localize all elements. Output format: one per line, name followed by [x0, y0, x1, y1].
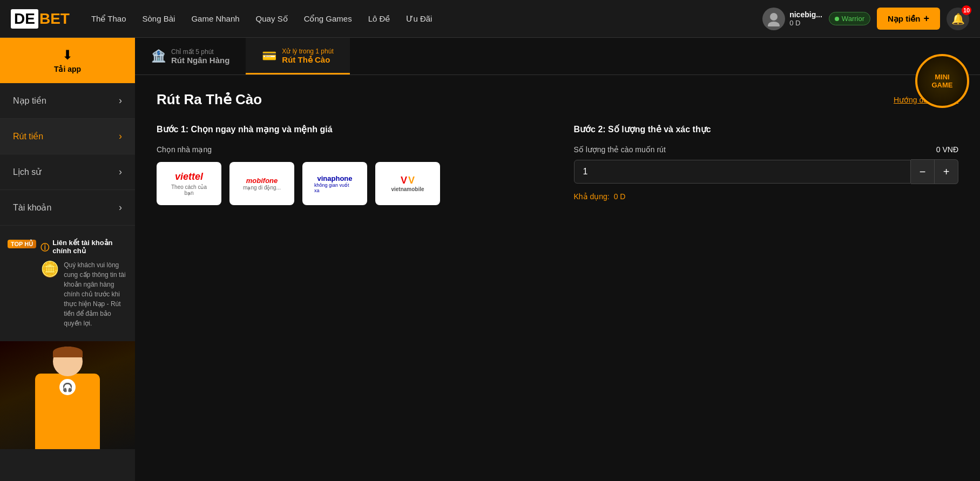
logo[interactable]: DEBET: [11, 9, 70, 29]
person-body: 🎧: [35, 374, 100, 449]
kha-dung-value: 0 D: [614, 192, 626, 201]
person-head: [53, 347, 83, 376]
page-content: Rút Ra Thẻ Cào Hướng dẫn rút tiền Bước 1…: [135, 75, 980, 221]
nap-tien-label: Nạp tiền: [888, 14, 921, 24]
chevron-right-icon: ›: [119, 166, 122, 178]
so-luong-value: 0 VNĐ: [936, 145, 958, 154]
main-layout: ⬇ Tải app Nạp tiền › Rút tiền › Lịch sử …: [0, 38, 980, 481]
so-luong-label-row: Số lượng thẻ cào muốn rút 0 VNĐ: [574, 145, 959, 154]
chevron-right-icon: ›: [119, 95, 122, 106]
mini-game-label: MINI GAME: [932, 73, 953, 89]
kha-dung-row: Khả dụng: 0 D: [574, 192, 959, 201]
tab-rut-ngan-hang-label: Rút Ngân Hàng: [171, 56, 229, 65]
headset-icon: 🎧: [59, 379, 76, 395]
nap-tien-button[interactable]: Nạp tiền +: [877, 8, 940, 30]
nav-item-cong-games[interactable]: Cổng Games: [304, 14, 352, 24]
notification-button[interactable]: 🔔 10: [947, 8, 969, 30]
provider-mobifone[interactable]: mobifone mạng di động...: [229, 162, 294, 205]
quantity-increase-button[interactable]: +: [935, 159, 958, 184]
step2-col: Bước 2: Số lượng thẻ và xác thực Số lượn…: [574, 124, 959, 205]
nav: Thể ThaoSòng BàiGame NhanhQuay SốCổng Ga…: [91, 14, 746, 24]
nav-item-lo-de[interactable]: Lô Đề: [368, 14, 390, 24]
mobifone-sub: mạng di động...: [243, 185, 281, 191]
tab-rut-ngan-hang[interactable]: 🏦 Chỉ mất 5 phút Rút Ngân Hàng: [135, 38, 246, 74]
download-app-button[interactable]: ⬇ Tải app: [0, 38, 135, 83]
coins-icon: 🪙: [40, 260, 59, 328]
notification-count: 10: [962, 5, 971, 15]
sidebar-item-tai-khoan[interactable]: Tài khoản ›: [0, 190, 135, 226]
user-info: nicebig... 0 D: [762, 8, 822, 30]
warrior-badge: Warrior: [829, 12, 870, 25]
download-icon: ⬇: [62, 48, 73, 63]
mobifone-name: mobifone: [246, 177, 278, 185]
user-name-block: nicebig... 0 D: [789, 10, 822, 27]
mini-game-circle: MINI GAME: [915, 54, 969, 108]
vietnamobile-name: vietnamobile: [391, 186, 424, 192]
chevron-right-icon-active: ›: [119, 131, 122, 142]
nav-item-the-thao[interactable]: Thể Thao: [91, 14, 126, 24]
sidebar-item-label-lich-su: Lịch sử: [13, 167, 41, 177]
quantity-decrease-button[interactable]: −: [911, 159, 935, 184]
sidebar-item-label-nap: Nạp tiền: [13, 96, 46, 106]
download-label: Tải app: [54, 65, 81, 73]
sidebar-item-label-rut: Rút tiền: [13, 131, 43, 141]
mini-game-line2: GAME: [932, 81, 953, 89]
sidebar-item-label-tai-khoan: Tài khoản: [13, 202, 51, 213]
tab-rut-the-cao-sublabel: Xử lý trong 1 phút: [282, 48, 333, 55]
sidebar-item-lich-su[interactable]: Lịch sử ›: [0, 154, 135, 190]
provider-vinaphone[interactable]: vinaphone không gian vuốt xa: [302, 162, 367, 205]
header: DEBET Thể ThaoSòng BàiGame NhanhQuay SốC…: [0, 0, 980, 38]
bank-icon: 🏦: [151, 49, 166, 63]
so-luong-label: Số lượng thẻ cào muốn rút: [574, 145, 666, 154]
step2-title: Bước 2: Số lượng thẻ và xác thực: [574, 124, 959, 134]
warrior-label: Warrior: [842, 15, 864, 23]
sidebar-item-nap-tien[interactable]: Nạp tiền ›: [0, 83, 135, 119]
mini-game-button[interactable]: MINI GAME: [915, 54, 969, 108]
steps-row: Bước 1: Chọn ngay nhà mạng và mệnh giá C…: [157, 124, 958, 205]
support-section: 🎧: [0, 341, 135, 449]
top-hu-title: Liên kết tài khoản chính chủ: [52, 239, 127, 255]
step1-title: Bước 1: Chọn ngay nhà mạng và mệnh giá: [157, 124, 542, 134]
content-area: 🏦 Chỉ mất 5 phút Rút Ngân Hàng 💳 Xử lý t…: [135, 38, 980, 481]
provider-viettel[interactable]: viettel Theo cách của bạn: [157, 162, 221, 205]
tab-rut-the-cao-label: Rút Thẻ Cào: [282, 55, 333, 65]
avatar: [762, 8, 785, 30]
quantity-input[interactable]: [574, 160, 911, 184]
sidebar-item-rut-tien[interactable]: Rút tiền ›: [0, 119, 135, 154]
kha-dung-label: Khả dụng:: [574, 192, 610, 201]
vinaphone-name: vinaphone: [317, 174, 352, 182]
nav-item-song-bai[interactable]: Sòng Bài: [143, 14, 175, 24]
step1-col: Bước 1: Chọn ngay nhà mạng và mệnh giá C…: [157, 124, 542, 205]
svg-point-0: [770, 13, 778, 21]
info-icon: ⓘ: [40, 242, 49, 254]
logo-bet: BET: [39, 10, 70, 28]
plus-icon: +: [923, 13, 929, 24]
quantity-row: − +: [574, 159, 959, 184]
page-title: Rút Ra Thẻ Cào: [157, 91, 262, 108]
support-person: 🎧: [35, 347, 100, 449]
chevron-right-icon: ›: [119, 202, 122, 213]
card-icon: 💳: [262, 49, 276, 63]
page-header: Rút Ra Thẻ Cào Hướng dẫn rút tiền: [157, 91, 958, 108]
top-hu-card: TOP HỦ ⓘ Liên kết tài khoản chính chủ 🪙 …: [0, 231, 135, 336]
tabs: 🏦 Chỉ mất 5 phút Rút Ngân Hàng 💳 Xử lý t…: [135, 38, 980, 75]
top-hu-text: Quý khách vui lòng cung cấp thông tin tà…: [64, 260, 127, 328]
nav-item-uu-dai[interactable]: Ưu Đãi: [406, 14, 432, 24]
warrior-dot: [835, 17, 839, 21]
nav-item-game-nhanh[interactable]: Game Nhanh: [191, 14, 239, 24]
provider-vietnamobile[interactable]: VV vietnamobile: [375, 162, 440, 205]
svg-point-1: [768, 22, 780, 26]
header-right: nicebig... 0 D Warrior Nạp tiền + 🔔 10: [762, 8, 969, 30]
nav-item-quay-so[interactable]: Quay Số: [256, 14, 288, 24]
tab-rut-ngan-hang-sublabel: Chỉ mất 5 phút: [171, 48, 229, 56]
viettel-sub: Theo cách của bạn: [168, 184, 209, 196]
provider-grid: viettel Theo cách của bạn mobifone mạng …: [157, 162, 542, 205]
sidebar: ⬇ Tải app Nạp tiền › Rút tiền › Lịch sử …: [0, 38, 135, 481]
tab-rut-the-cao[interactable]: 💳 Xử lý trong 1 phút Rút Thẻ Cào: [246, 38, 349, 74]
viettel-name: viettel: [175, 171, 203, 182]
chon-nha-mang-label: Chọn nhà mạng: [157, 145, 542, 154]
vietnamobile-logo: VV: [401, 175, 415, 186]
user-balance: 0 D: [789, 19, 822, 27]
user-name: nicebig...: [789, 10, 822, 19]
top-hu-badge: TOP HỦ: [8, 240, 36, 248]
